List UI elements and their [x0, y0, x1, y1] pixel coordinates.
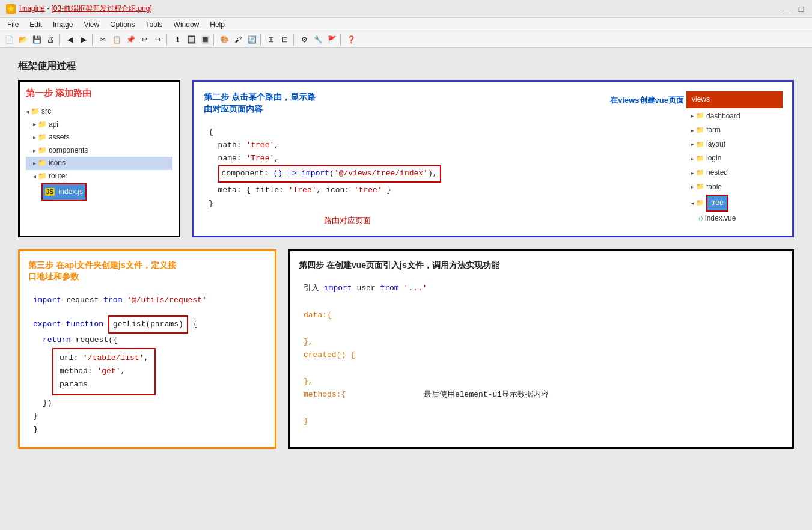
code-block-step3: import request from '@/utils/request' ex… [28, 291, 266, 439]
tb-zoom1[interactable]: 🔲 [185, 33, 198, 46]
tree-api[interactable]: ▸ 📁 api [26, 118, 172, 132]
router-label: router [49, 170, 67, 183]
tb-actual[interactable]: ⊟ [278, 33, 292, 46]
tb-new[interactable]: 📄 [2, 33, 16, 46]
tree-label: tree [706, 195, 728, 212]
tb-sep5 [260, 34, 263, 46]
tb-wrench[interactable]: 🔧 [311, 33, 325, 46]
func-name-highlight: getList(params) [108, 315, 188, 334]
tb-settings[interactable]: ⚙ [298, 33, 311, 46]
menu-file[interactable]: File [2, 19, 23, 30]
title-bar-text: Imagine - [03-前端框架开发过程介绍.png] [19, 4, 152, 14]
tree-node-nested[interactable]: ▸ 📁 nested [686, 166, 783, 180]
code-block-step2: { path: 'tree', name: 'Tree', component:… [204, 123, 680, 213]
api-label: api [49, 118, 58, 132]
folder-icon-icons: 📁 [38, 157, 47, 170]
step1-box: 第一步 添加路由 ◂ 📁 src ▸ 📁 api ▸ 📁 [18, 80, 180, 237]
tb-info[interactable]: ℹ [171, 33, 184, 46]
tree-node-tree[interactable]: ◂ 📁 tree [686, 194, 783, 212]
menu-view[interactable]: View [79, 19, 104, 30]
tb-sep7 [340, 34, 343, 46]
tree-src[interactable]: ◂ 📁 src [26, 105, 172, 118]
tb-help[interactable]: ❓ [344, 33, 358, 46]
code-methods: methods:{ 最后使用element-ui显示数据内容 [304, 388, 779, 401]
table-label: table [706, 181, 722, 194]
code-meta: meta: { title: 'Tree', icon: 'tree' } [209, 184, 676, 197]
app-icon: 🌟 [6, 4, 16, 14]
step2-title: 第二步 点击某个路由，显示路 由对应页面内容 [204, 91, 680, 115]
route-label-container: 路由对应页面 [204, 215, 680, 226]
code-brace-close: } [209, 197, 676, 210]
code-url-wrapper: url: '/table/list', method: 'get', param… [33, 347, 261, 396]
tb-save[interactable]: 💾 [30, 33, 43, 46]
folder-dashboard: 📁 [696, 110, 704, 122]
tree-node-layout[interactable]: ▸ 📁 layout [686, 138, 783, 152]
menu-tools[interactable]: Tools [141, 19, 168, 30]
tree-node-login[interactable]: ▸ 📁 login [686, 151, 783, 166]
tree-node-form[interactable]: ▸ 📁 form [686, 123, 783, 138]
tree-router[interactable]: ◂ 📁 router [26, 170, 172, 183]
arrow-src: ◂ [26, 106, 29, 117]
tree-indexjs[interactable]: JS index.js [26, 183, 172, 201]
menu-options[interactable]: Options [105, 19, 139, 30]
folder-login: 📁 [696, 153, 704, 165]
tree-node-indexvue[interactable]: ⟨⟩ index.vue [686, 212, 783, 225]
menu-image[interactable]: Image [48, 19, 78, 30]
tree-components[interactable]: ▸ 📁 components [26, 144, 172, 157]
step3-title: 第三步 在api文件夹创建js文件，定义接口地址和参数 [28, 260, 266, 283]
nested-label: nested [706, 166, 728, 180]
toolbar: 📄 📂 💾 🖨 ◀ ▶ ✂ 📋 📌 ↩ ↪ ℹ 🔲 🔳 🎨 🖌 🔄 ⊞ ⊟ ⚙ … [0, 31, 812, 48]
code-intro: 引入 import user from '...' [304, 282, 779, 295]
file-tree: ◂ 📁 src ▸ 📁 api ▸ 📁 assets [26, 105, 172, 201]
assets-label: assets [49, 131, 70, 144]
folder-nested: 📁 [696, 167, 704, 179]
arrow-assets: ▸ [33, 132, 36, 143]
tb-redo[interactable]: ↪ [151, 33, 165, 46]
route-label: 路由对应页面 [324, 216, 371, 225]
folder-form: 📁 [696, 124, 704, 136]
tb-sep1 [59, 34, 61, 46]
tb-open[interactable]: 📂 [16, 33, 29, 46]
tb-color1[interactable]: 🎨 [218, 33, 231, 46]
views-tree-box: views ▸ 📁 dashboard ▸ 📁 form [686, 91, 783, 225]
folder-table: 📁 [696, 181, 704, 193]
tree-node-dashboard[interactable]: ▸ 📁 dashboard [686, 109, 783, 124]
step4-note: 最后使用element-ui显示数据内容 [424, 388, 549, 401]
tree-icons[interactable]: ▸ 📁 icons [26, 157, 172, 170]
arrow-login: ▸ [691, 154, 694, 163]
arrow-form: ▸ [691, 126, 694, 135]
tree-assets[interactable]: ▸ 📁 assets [26, 131, 172, 144]
tb-copy[interactable]: 📋 [110, 33, 123, 46]
step2-note-right: 在views创建vue页面 [610, 95, 684, 106]
tb-sep4 [213, 34, 216, 46]
menu-window[interactable]: Window [169, 19, 204, 30]
tb-rotate[interactable]: 🔄 [245, 33, 258, 46]
arrow-layout: ▸ [691, 139, 694, 149]
menu-edit[interactable]: Edit [25, 19, 47, 30]
menu-help[interactable]: Help [205, 19, 230, 30]
tb-print[interactable]: 🖨 [44, 33, 57, 46]
maximize-button[interactable]: □ [796, 4, 806, 14]
folder-icon-router: 📁 [38, 170, 47, 183]
code-data: data:{ [304, 309, 779, 322]
code-params: params [60, 378, 148, 391]
tb-undo[interactable]: ↩ [138, 33, 151, 46]
tb-next[interactable]: ▶ [77, 33, 90, 46]
arrow-dashboard: ▸ [691, 111, 694, 121]
minimize-button[interactable]: ― [782, 4, 792, 14]
tb-zoom2[interactable]: 🔳 [198, 33, 212, 46]
title-bar-left: 🌟 Imagine - [03-前端框架开发过程介绍.png] [6, 4, 152, 14]
code-component: component: () => import('@/views/tree/in… [209, 165, 676, 182]
components-label: components [49, 144, 88, 157]
tb-fit[interactable]: ⊞ [264, 33, 278, 46]
tb-paste[interactable]: 📌 [124, 33, 137, 46]
tb-flag[interactable]: 🚩 [325, 33, 338, 46]
tree-node-table[interactable]: ▸ 📁 table [686, 180, 783, 195]
folder-icon-src: 📁 [31, 105, 40, 118]
title-bar-controls[interactable]: ― □ [782, 4, 806, 14]
indexjs-label[interactable]: JS index.js [41, 183, 87, 201]
layout-label: layout [706, 138, 725, 151]
tb-cut[interactable]: ✂ [96, 33, 109, 46]
tb-prev[interactable]: ◀ [63, 33, 76, 46]
tb-color2[interactable]: 🖌 [231, 33, 245, 46]
